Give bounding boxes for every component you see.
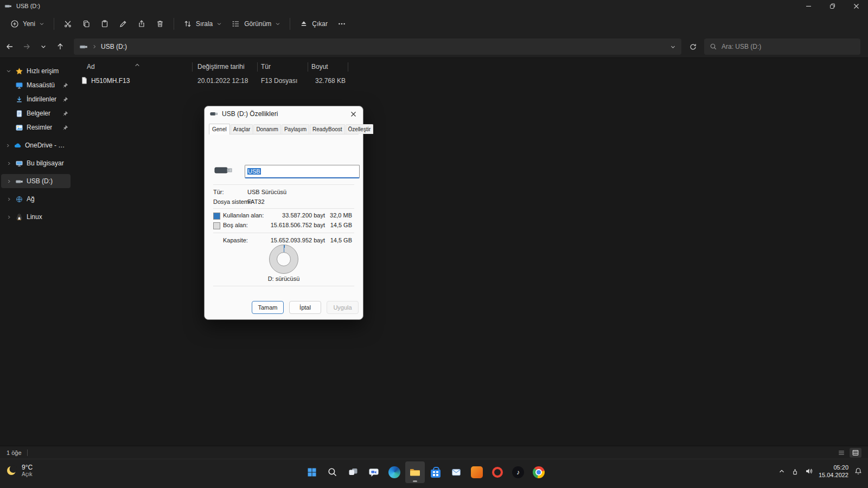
column-divider[interactable] — [308, 62, 308, 72]
eject-button[interactable]: Çıkar — [295, 16, 333, 32]
separator — [213, 208, 354, 209]
view-button[interactable]: Görünüm — [227, 16, 285, 32]
filesystem-value: FAT32 — [247, 198, 265, 205]
sidebar-item-documents[interactable]: Belgeler — [1, 106, 71, 120]
clock[interactable]: 05:20 15.04.2022 — [819, 464, 848, 479]
chevron-right-icon[interactable] — [5, 215, 12, 220]
share-button[interactable] — [132, 16, 151, 32]
status-bar: 1 öğe — [0, 446, 868, 459]
search-placeholder: Ara: USB (D:) — [722, 43, 761, 50]
cut-button[interactable] — [59, 16, 77, 32]
search-button[interactable] — [323, 461, 342, 483]
tab-customize[interactable]: Özelleştir — [346, 124, 374, 134]
weather-widget[interactable]: 9°C Açık — [5, 464, 33, 478]
column-name[interactable]: Ad — [87, 63, 95, 70]
sidebar-item-linux[interactable]: Linux — [1, 210, 71, 224]
file-explorer-button[interactable] — [405, 461, 425, 483]
store-icon — [431, 470, 441, 478]
store-button[interactable] — [426, 461, 445, 483]
task-view-button[interactable] — [343, 461, 363, 483]
close-button[interactable] — [844, 0, 868, 12]
chevron-right-icon[interactable] — [5, 143, 10, 148]
sidebar-item-quick-access[interactable]: Hızlı erişim — [1, 64, 71, 78]
sidebar-item-downloads[interactable]: İndirilenler — [1, 92, 71, 106]
taskbar: 9°C Açık — [0, 459, 868, 488]
filesystem-label: Dosya sistemi: — [213, 198, 252, 205]
sidebar-item-onedrive[interactable]: OneDrive - Personal — [1, 138, 71, 152]
sidebar-item-label: İndirilenler — [27, 95, 56, 103]
mail-button[interactable] — [446, 461, 466, 483]
breadcrumb[interactable]: USB (D:) — [101, 43, 127, 50]
file-icon — [80, 76, 88, 85]
app-orange-button[interactable] — [467, 461, 487, 483]
list-view-button[interactable] — [835, 448, 847, 458]
minimize-button[interactable] — [796, 0, 820, 12]
volume-label-input[interactable]: USB — [245, 165, 360, 178]
search-input[interactable]: Ara: USB (D:) — [704, 38, 860, 55]
up-button[interactable] — [53, 40, 67, 54]
tab-general[interactable]: Genel — [209, 124, 230, 134]
refresh-button[interactable] — [686, 40, 700, 54]
dialog-content: USB Tür: USB Sürücüsü Dosya sistemi: FAT… — [205, 134, 363, 319]
sidebar-item-pictures[interactable]: Resimler — [1, 120, 71, 134]
column-modified[interactable]: Değiştirme tarihi — [197, 63, 245, 70]
chat-button[interactable] — [364, 461, 384, 483]
item-count: 1 öğe — [7, 450, 22, 456]
recent-locations-button[interactable] — [36, 40, 50, 54]
document-icon — [15, 110, 23, 118]
sidebar-item-this-pc[interactable]: Bu bilgisayar — [1, 156, 71, 170]
edge-button[interactable] — [385, 461, 404, 483]
notifications-bell-icon[interactable] — [854, 467, 863, 476]
dialog-large-drive-icon — [214, 165, 233, 176]
file-row[interactable]: H510MH.F13 20.01.2022 12:18 F13 Dosyası … — [78, 75, 864, 87]
back-button[interactable] — [3, 40, 17, 54]
column-divider[interactable] — [192, 62, 193, 72]
column-size[interactable]: Boyut — [311, 63, 328, 70]
maximize-restore-button[interactable] — [820, 0, 844, 12]
copy-button[interactable] — [77, 16, 95, 32]
column-divider[interactable] — [257, 62, 258, 72]
details-view-button[interactable] — [850, 448, 861, 458]
sidebar-item-desktop[interactable]: Masaüstü — [1, 78, 71, 92]
file-name[interactable]: H510MH.F13 — [91, 77, 130, 85]
column-divider[interactable] — [348, 62, 348, 72]
column-type[interactable]: Tür — [261, 63, 271, 70]
tab-tools[interactable]: Araçlar — [231, 124, 253, 134]
tab-sharing[interactable]: Paylaşım — [282, 124, 309, 134]
chrome-button[interactable] — [529, 461, 548, 483]
chevron-down-icon[interactable] — [5, 68, 12, 74]
tiktok-button[interactable]: ♪ — [508, 461, 528, 483]
rename-button[interactable] — [114, 16, 132, 32]
navigation-bar: USB (D:) Ara: USB (D:) — [0, 36, 868, 58]
new-button[interactable]: Yeni — [5, 16, 49, 32]
address-dropdown-icon[interactable] — [670, 44, 676, 50]
tab-hardware[interactable]: Donanım — [253, 124, 281, 134]
address-bar[interactable]: USB (D:) — [74, 38, 681, 55]
sidebar-item-label: Ağ — [27, 195, 35, 203]
desktop-icon — [15, 81, 23, 89]
delete-button[interactable] — [151, 16, 169, 32]
tab-readyboost[interactable]: ReadyBoost — [310, 124, 344, 134]
weather-temperature: 9°C — [22, 464, 33, 471]
dialog-title: USB (D:) Özellikleri — [222, 110, 278, 118]
tiktok-icon: ♪ — [512, 466, 524, 478]
start-button[interactable] — [302, 461, 322, 483]
dialog-close-button[interactable] — [347, 108, 360, 120]
safely-remove-hardware-icon[interactable] — [791, 467, 799, 476]
volume-icon[interactable] — [805, 467, 813, 476]
cancel-button[interactable]: İptal — [289, 301, 321, 314]
clock-date: 15.04.2022 — [819, 471, 848, 479]
chevron-right-icon[interactable] — [5, 161, 12, 166]
ok-button[interactable]: Tamam — [252, 301, 284, 314]
app-red-button[interactable] — [488, 461, 507, 483]
sidebar-item-usb-drive[interactable]: USB (D:) — [1, 174, 71, 188]
chevron-right-icon[interactable] — [5, 197, 12, 202]
chevron-right-icon[interactable] — [5, 179, 12, 184]
show-hidden-icons-button[interactable] — [778, 467, 786, 475]
sidebar-item-network[interactable]: Ağ — [1, 192, 71, 206]
paste-button[interactable] — [95, 16, 114, 32]
sort-button[interactable]: Sırala — [178, 16, 227, 32]
forward-button[interactable] — [20, 40, 34, 54]
more-options-button[interactable] — [333, 16, 351, 32]
capacity-bytes: 15.652.093.952 bayt — [263, 237, 325, 243]
